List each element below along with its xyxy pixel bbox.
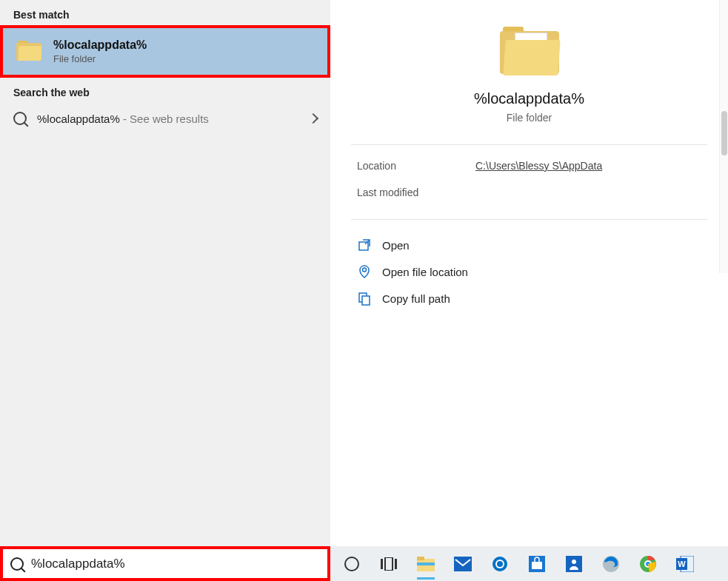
search-input[interactable]	[31, 557, 320, 571]
svg-point-16	[572, 560, 576, 564]
search-results-pane: Best match %localappdata% File folder Se…	[0, 0, 330, 546]
open-file-location-action[interactable]: Open file location	[348, 258, 710, 285]
open-icon	[357, 238, 372, 252]
svg-rect-8	[417, 562, 435, 565]
svg-point-12	[497, 561, 503, 567]
best-match-title: %localappdata%	[53, 38, 147, 52]
chevron-right-icon	[308, 113, 318, 124]
folder-large-icon	[500, 27, 559, 78]
svg-rect-14	[532, 562, 542, 569]
bottom-bar: W	[0, 546, 728, 581]
svg-rect-9	[454, 557, 472, 571]
detail-subtitle: File folder	[507, 112, 552, 124]
search-box[interactable]	[0, 546, 330, 581]
svg-rect-2	[362, 296, 370, 305]
last-modified-label: Last modified	[357, 187, 475, 198]
svg-rect-5	[395, 559, 397, 569]
copy-full-path-action[interactable]: Copy full path	[348, 285, 710, 312]
best-match-label: Best match	[0, 0, 330, 25]
web-result-item[interactable]: %localappdata% - See web results	[0, 103, 330, 134]
detail-pane: %localappdata% File folder Location C:\U…	[330, 0, 728, 546]
svg-rect-7	[417, 557, 424, 560]
open-label: Open	[382, 239, 410, 252]
copy-path-label: Copy full path	[382, 292, 450, 305]
search-icon	[13, 112, 27, 125]
edge-button[interactable]	[600, 553, 622, 575]
svg-rect-3	[381, 559, 383, 569]
mail-button[interactable]	[452, 553, 474, 575]
search-icon	[10, 557, 24, 571]
dell-button[interactable]	[489, 553, 511, 575]
open-location-label: Open file location	[382, 266, 468, 278]
open-action[interactable]: Open	[348, 232, 710, 258]
task-view-button[interactable]	[378, 553, 400, 575]
web-result-text: %localappdata% - See web results	[37, 112, 299, 125]
location-icon	[357, 264, 372, 279]
best-match-subtitle: File folder	[53, 53, 147, 64]
svg-text:W: W	[678, 560, 686, 568]
store-button[interactable]	[526, 553, 548, 575]
location-label: Location	[357, 160, 475, 172]
taskbar: W	[330, 546, 728, 581]
search-web-label: Search the web	[0, 78, 330, 103]
cortana-button[interactable]	[341, 553, 363, 575]
chrome-button[interactable]	[637, 553, 659, 575]
location-link[interactable]: C:\Users\Blessy S\AppData	[475, 160, 602, 172]
people-button[interactable]	[563, 553, 585, 575]
folder-icon	[16, 41, 41, 63]
scrollbar[interactable]	[719, 0, 728, 273]
copy-icon	[357, 291, 372, 306]
best-match-item[interactable]: %localappdata% File folder	[0, 25, 330, 78]
file-explorer-button[interactable]	[415, 553, 437, 575]
svg-rect-4	[385, 557, 393, 571]
word-button[interactable]: W	[674, 553, 696, 575]
detail-title: %localappdata%	[474, 90, 584, 107]
